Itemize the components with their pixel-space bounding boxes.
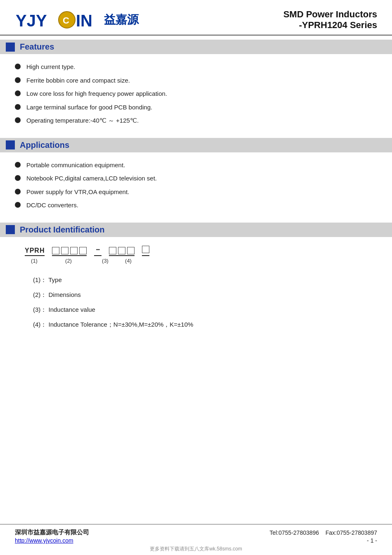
bullet-icon: [15, 162, 21, 168]
pid-detail-label-1: ： Type: [40, 276, 61, 283]
svg-text:IN: IN: [76, 12, 92, 30]
pid-box: [70, 247, 78, 254]
bullet-icon: [15, 175, 21, 181]
pid-detail-row: (4)： Inductance Tolerance；N=±30%,M=±20%，…: [33, 318, 377, 331]
pid-box: [61, 247, 68, 254]
pid-num-1: (1): [25, 258, 44, 264]
page-header: YJY C IN 益嘉源 SMD Power Inductors -YPRH12…: [0, 0, 392, 36]
pid-box: [109, 247, 116, 254]
applications-content: Portable communication equipment. Notebo…: [0, 152, 392, 218]
pid-box: [52, 247, 59, 254]
pid-box: [79, 247, 87, 254]
pid-dash: －: [94, 244, 102, 256]
list-item: DC/DC converters.: [15, 201, 377, 210]
logo-area: YJY C IN 益嘉源: [15, 9, 139, 31]
pid-boxes-3: [109, 247, 135, 256]
svg-text:YJY: YJY: [16, 12, 47, 30]
pid-detail-num-2: (2): [33, 291, 40, 298]
bullet-icon: [15, 64, 21, 69]
list-item: Notebook PC,digital camera,LCD televisio…: [15, 174, 377, 183]
app-item-2: Notebook PC,digital camera,LCD televisio…: [26, 174, 157, 183]
footer-row2: http://www.yjycoin.com - 1 -: [15, 537, 377, 544]
bullet-icon: [15, 202, 21, 208]
features-title: Features: [20, 42, 54, 52]
features-content: High current type. Ferrite bobbin core a…: [0, 54, 392, 134]
feature-item-3: Low core loss for high frequency power a…: [26, 89, 167, 99]
bullet-icon: [15, 189, 21, 194]
footer-row1: 深圳市益嘉源电子有限公司 Tel:0755-27803896 Fax:0755-…: [15, 529, 377, 536]
pid-detail-row: (2)： Dimensions: [33, 289, 377, 301]
app-item-3: Power supply for VTR,OA equipment.: [26, 187, 129, 197]
applications-title: Applications: [20, 140, 69, 150]
applications-section-header: Applications: [0, 138, 392, 152]
logo-icon: YJY C IN: [15, 9, 97, 31]
logo-chinese: 益嘉源: [104, 12, 139, 28]
list-item: Portable communication equipment.: [15, 161, 377, 170]
footer-company-name: 深圳市益嘉源电子有限公司: [15, 529, 89, 536]
list-item: Large terminal surface for good PCB bond…: [15, 103, 377, 112]
pid-detail-num-1: (1): [33, 276, 40, 283]
page-footer: 深圳市益嘉源电子有限公司 Tel:0755-27803896 Fax:0755-…: [0, 524, 392, 555]
header-title: SMD Power Inductors -YPRH1204 Series: [283, 9, 377, 31]
pid-detail-num-3: (3): [33, 306, 40, 313]
product-id-icon: [6, 225, 15, 234]
product-id-title: Product Identification: [20, 225, 105, 235]
bullet-icon: [15, 117, 21, 123]
pid-detail-label-3: ： Inductance value: [40, 306, 95, 313]
feature-item-5: Operating temperature:-40℃ ～ +125℃.: [26, 116, 139, 126]
applications-icon: [6, 140, 15, 149]
app-item-4: DC/DC converters.: [26, 201, 78, 210]
list-item: Power supply for VTR,OA equipment.: [15, 187, 377, 197]
pid-num-4: (4): [125, 258, 132, 264]
features-section-header: Features: [0, 40, 392, 54]
pid-num-2: (2): [51, 258, 86, 264]
pid-box-4-container: [142, 246, 149, 256]
list-item: Low core loss for high frequency power a…: [15, 89, 377, 99]
pid-box: [127, 247, 135, 254]
svg-text:C: C: [63, 15, 69, 26]
product-id-section-header: Product Identification: [0, 223, 392, 237]
pid-detail-num-4: (4): [33, 321, 40, 328]
pid-box: [118, 247, 125, 254]
app-item-1: Portable communication equipment.: [26, 161, 125, 170]
pid-numbers-row: (1) (2) (3) (4): [25, 258, 377, 264]
pid-detail-label-2: ： Dimensions: [40, 291, 81, 298]
list-item: Ferrite bobbin core and compact size.: [15, 76, 377, 85]
spacer: [0, 337, 392, 524]
footer-tel: Tel:0755-27803896: [269, 529, 319, 536]
footer-website-link[interactable]: http://www.yjycoin.com: [15, 537, 73, 544]
footer-fax: Fax:0755-27803897: [326, 529, 377, 536]
footer-watermark: 更多资料下载请到五八文库wk.58sms.com: [15, 546, 377, 553]
pid-box: [142, 246, 149, 253]
pid-detail-label-4: ： Inductance Tolerance；N=±30%,M=±20%，K=±…: [40, 321, 193, 328]
list-item: High current type.: [15, 62, 377, 72]
product-id-diagram: YPRH － (1) (2) (3) (4): [0, 237, 392, 268]
footer-page-number: - 1 -: [367, 537, 377, 544]
pid-detail-row: (3)： Inductance value: [33, 304, 377, 316]
bullet-icon: [15, 104, 21, 110]
title-line2: -YPRH1204 Series: [283, 20, 377, 31]
list-item: Operating temperature:-40℃ ～ +125℃.: [15, 116, 377, 126]
feature-item-2: Ferrite bobbin core and compact size.: [26, 76, 130, 85]
title-line1: SMD Power Inductors: [283, 9, 377, 20]
pid-prefix: YPRH: [25, 247, 45, 256]
feature-item-1: High current type.: [26, 62, 75, 72]
bullet-icon: [15, 77, 21, 83]
bullet-icon: [15, 90, 21, 96]
pid-boxes-2: [52, 247, 87, 256]
footer-contact: Tel:0755-27803896 Fax:0755-27803897: [269, 529, 377, 536]
feature-item-4: Large terminal surface for good PCB bond…: [26, 103, 152, 112]
pid-detail-row: (1)： Type: [33, 274, 377, 286]
features-icon: [6, 43, 15, 52]
pid-details-area: (1)： Type (2)： Dimensions (3)： Inductanc…: [0, 268, 392, 337]
pid-num-3: (3): [93, 258, 117, 264]
